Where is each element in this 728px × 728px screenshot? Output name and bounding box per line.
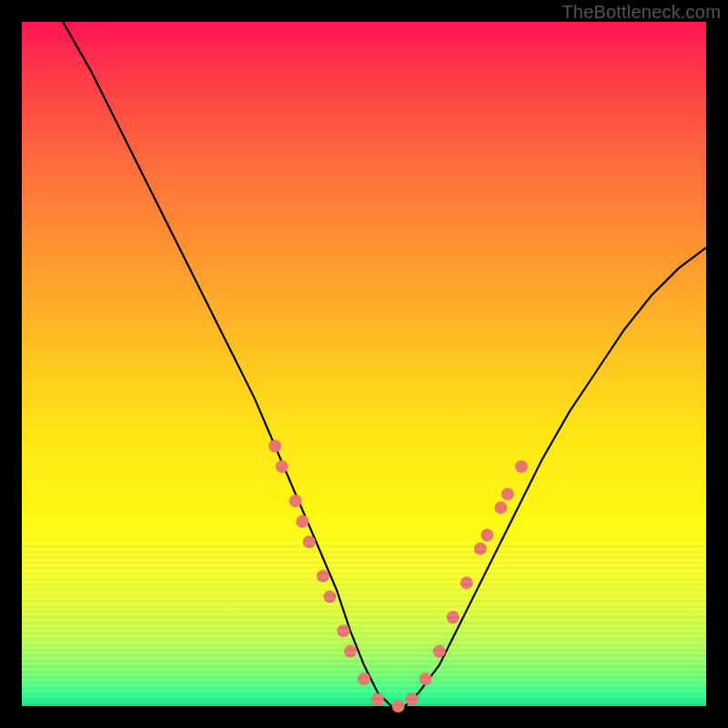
marker-dot [433,645,446,658]
marker-dot [323,591,336,603]
marker-dot [392,700,405,713]
chart-frame: TheBottleneck.com [0,0,728,728]
marker-dot [289,494,302,507]
marker-dot [406,693,419,706]
marker-dot [474,542,487,555]
marker-dot [344,645,357,658]
marker-dot [460,577,473,590]
marker-dot [337,624,349,637]
marker-dot [317,570,329,582]
bottleneck-curve [63,22,706,706]
marker-dot [420,672,432,685]
marker-dot [494,501,507,514]
marker-dot [358,672,370,685]
marker-dot [296,515,308,528]
marker-group [268,440,528,713]
marker-dot [268,440,281,452]
marker-dot [447,611,460,623]
marker-dot [480,529,493,541]
marker-dot [371,693,384,706]
marker-dot [515,460,528,473]
marker-dot [303,536,316,549]
curve-layer [22,22,706,706]
marker-dot [501,488,514,500]
watermark-text: TheBottleneck.com [561,2,721,23]
marker-dot [276,460,288,473]
plot-area [22,22,706,706]
